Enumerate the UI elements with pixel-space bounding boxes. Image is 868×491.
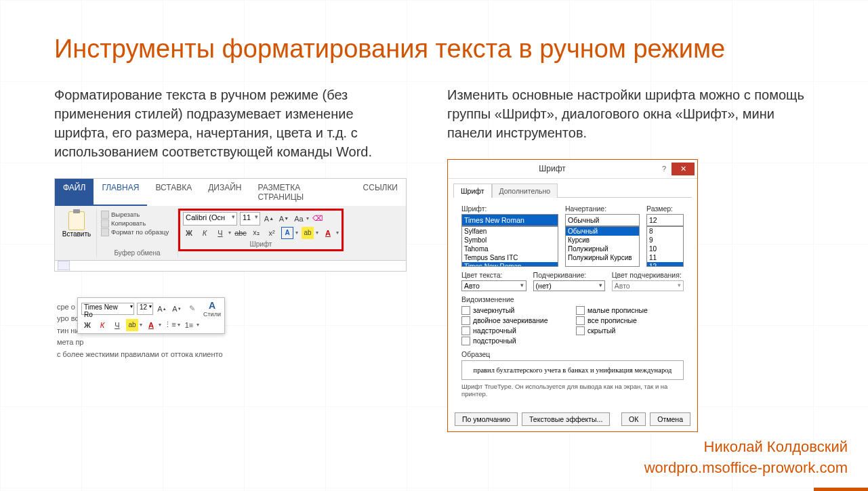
mini-underline[interactable]: Ч bbox=[111, 319, 123, 331]
credit: Николай Колдовский wordpro.msoffice-prow… bbox=[644, 437, 848, 479]
author-url: wordpro.msoffice-prowork.com bbox=[644, 458, 848, 479]
underline-select[interactable]: (нет) bbox=[533, 280, 605, 291]
mini-bullets[interactable]: ⋮≡ bbox=[164, 319, 176, 331]
dialog-close-button[interactable]: ✕ bbox=[671, 163, 695, 175]
dialog-tab-font[interactable]: Шрифт bbox=[453, 184, 492, 198]
tab-insert[interactable]: ВСТАВКА bbox=[147, 179, 200, 206]
tab-layout[interactable]: РАЗМЕТКА СТРАНИЦЫ bbox=[250, 179, 355, 206]
slide-title: Инструменты форматирования текста в ручн… bbox=[54, 34, 732, 65]
mini-font-combo[interactable]: Times New Ro bbox=[81, 303, 134, 315]
chk-all-caps[interactable]: все прописные bbox=[576, 316, 684, 325]
paste-button[interactable]: Вставить bbox=[62, 210, 91, 238]
bold-button[interactable]: Ж bbox=[183, 227, 195, 239]
chk-subscript[interactable]: подстрочный bbox=[461, 337, 569, 345]
mini-italic[interactable]: К bbox=[96, 319, 108, 331]
list-item: 8 bbox=[647, 227, 683, 236]
style-input[interactable]: Обычный bbox=[565, 214, 640, 226]
dialog-tab-advanced[interactable]: Дополнительно bbox=[492, 184, 558, 198]
dialog-title: Шрифт bbox=[448, 164, 657, 173]
list-item: Полужирный bbox=[566, 244, 639, 253]
size-list[interactable]: 8 9 10 11 12 bbox=[646, 226, 684, 267]
accent-bar bbox=[814, 488, 868, 491]
color-select[interactable]: Авто bbox=[461, 280, 526, 291]
styles-icon: A bbox=[209, 300, 215, 311]
tab-home[interactable]: ГЛАВНАЯ bbox=[94, 179, 147, 206]
strikethrough-button[interactable]: abc bbox=[234, 227, 247, 239]
list-item: Sylfaen bbox=[462, 227, 558, 236]
mini-bold[interactable]: Ж bbox=[81, 319, 94, 331]
list-item: Symbol bbox=[462, 236, 558, 244]
label-color: Цвет текста: bbox=[461, 271, 526, 279]
preview-label: Образец bbox=[461, 350, 684, 358]
font-size-combo[interactable]: 11 bbox=[240, 212, 260, 226]
font-list[interactable]: Sylfaen Symbol Tahoma Tempus Sans ITC Ti… bbox=[461, 226, 558, 267]
mini-font-color[interactable]: A bbox=[145, 319, 157, 331]
list-item: Обычный bbox=[566, 227, 639, 236]
cancel-button[interactable]: Отмена bbox=[650, 412, 690, 426]
scissors-icon bbox=[101, 211, 109, 219]
style-list[interactable]: Обычный Курсив Полужирный Полужирный Кур… bbox=[565, 226, 640, 267]
font-input[interactable]: Times New Roman bbox=[461, 214, 558, 226]
copy-button[interactable]: Копировать bbox=[101, 219, 173, 228]
list-item: Times New Roman bbox=[462, 262, 558, 267]
label-underline: Подчеркивание: bbox=[533, 271, 605, 279]
list-item: Полужирный Курсив bbox=[566, 253, 639, 262]
brush-icon bbox=[101, 228, 109, 236]
mini-highlight[interactable]: ab bbox=[126, 319, 138, 331]
paste-label: Вставить bbox=[62, 230, 91, 238]
clear-formatting-button[interactable]: ⌫ bbox=[312, 213, 324, 225]
superscript-button[interactable]: x² bbox=[266, 227, 278, 239]
highlight-button[interactable]: ab bbox=[302, 227, 314, 239]
ruler bbox=[55, 260, 406, 271]
format-painter-button[interactable]: Формат по образцу bbox=[101, 228, 173, 236]
subscript-button[interactable]: x₂ bbox=[250, 227, 262, 239]
text-effects-button[interactable]: A bbox=[281, 227, 293, 239]
label-style: Начертание: bbox=[565, 205, 640, 213]
mini-size-combo[interactable]: 12 bbox=[137, 303, 153, 315]
tab-file[interactable]: ФАЙЛ bbox=[55, 179, 94, 206]
chk-small-caps[interactable]: малые прописные bbox=[576, 306, 684, 315]
effects-section-label: Видоизменение bbox=[461, 295, 684, 303]
mini-toolbar: Times New Ro 12 A▲ A▼ ✎ A Стили Ж bbox=[77, 297, 225, 334]
mini-grow-font[interactable]: A▲ bbox=[156, 303, 168, 315]
list-item: Курсив bbox=[566, 236, 639, 244]
font-dialog: Шрифт ? ✕ Шрифт Дополнительно Шрифт: Tim… bbox=[447, 159, 698, 432]
size-input[interactable]: 12 bbox=[646, 214, 684, 226]
clipboard-icon bbox=[68, 211, 85, 230]
tab-design[interactable]: ДИЗАЙН bbox=[200, 179, 249, 206]
list-item: 11 bbox=[647, 253, 683, 262]
chk-hidden[interactable]: скрытый bbox=[576, 326, 684, 335]
change-case-button[interactable]: Aa bbox=[293, 213, 305, 225]
mini-toolbar-area: сре о усуро вовтин bbox=[54, 299, 346, 364]
cut-button[interactable]: Вырезать bbox=[101, 211, 173, 219]
ok-button[interactable]: ОК bbox=[621, 412, 646, 426]
underline-button[interactable]: Ч bbox=[214, 227, 226, 239]
truetype-note: Шрифт TrueType. Он используется для выво… bbox=[461, 383, 684, 398]
mini-shrink-font[interactable]: A▼ bbox=[171, 303, 183, 315]
shrink-font-button[interactable]: A▼ bbox=[278, 213, 290, 225]
label-underline-color: Цвет подчеркивания: bbox=[612, 271, 684, 279]
grow-font-button[interactable]: A▲ bbox=[263, 213, 275, 225]
underline-color-select: Авто bbox=[612, 280, 684, 291]
italic-button[interactable]: К bbox=[199, 227, 211, 239]
ruler-cell-icon bbox=[58, 261, 70, 270]
font-group-highlight: Calibri (Осн 11 A▲ A▼ Aa▾ ⌫ Ж К Ч▾ bbox=[178, 209, 344, 251]
list-item: Tahoma bbox=[462, 244, 558, 253]
label-font: Шрифт: bbox=[461, 205, 558, 213]
mini-styles-button[interactable]: A Стили bbox=[203, 300, 221, 318]
mini-numbering[interactable]: 1≡ bbox=[183, 319, 195, 331]
author-name: Николай Колдовский bbox=[644, 437, 848, 458]
default-button[interactable]: По умолчанию bbox=[455, 412, 518, 426]
text-effects-button[interactable]: Текстовые эффекты... bbox=[522, 412, 610, 426]
font-color-button[interactable]: A bbox=[322, 227, 334, 239]
dialog-help-button[interactable]: ? bbox=[657, 165, 671, 173]
list-item: 12 bbox=[647, 262, 683, 267]
chk-strikethrough[interactable]: зачеркнутый bbox=[461, 306, 569, 315]
chk-double-strike[interactable]: двойное зачеркивание bbox=[461, 316, 569, 325]
label-size: Размер: bbox=[646, 205, 684, 213]
chk-superscript[interactable]: надстрочный bbox=[461, 326, 569, 335]
mini-format-painter[interactable]: ✎ bbox=[186, 303, 198, 315]
font-name-combo[interactable]: Calibri (Осн bbox=[183, 212, 237, 226]
tab-references[interactable]: ССЫЛКИ bbox=[355, 179, 406, 206]
word-ribbon: ФАЙЛ ГЛАВНАЯ ВСТАВКА ДИЗАЙН РАЗМЕТКА СТР… bbox=[54, 178, 407, 272]
